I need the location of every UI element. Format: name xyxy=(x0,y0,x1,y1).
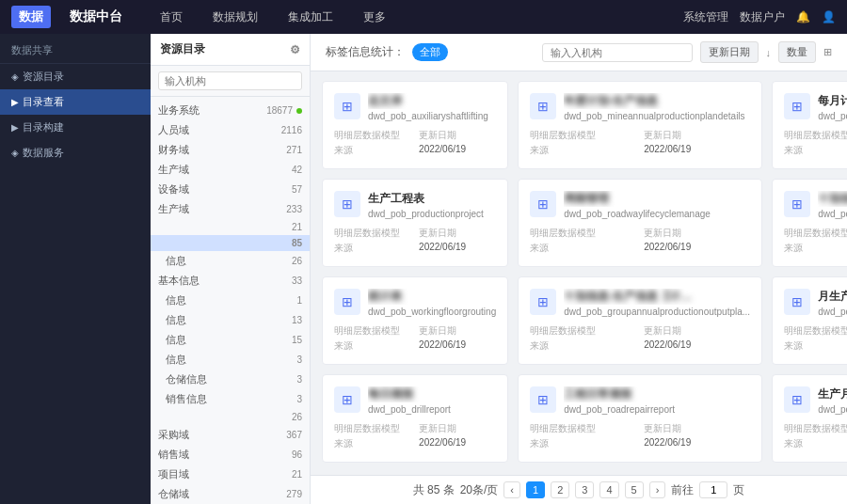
sidebar-item-data-service[interactable]: ◈ 数据服务 xyxy=(0,140,151,165)
sidebar-item-catalog-query[interactable]: ▶ 目录查看 xyxy=(0,89,151,115)
tree-item-15[interactable]: 销售信息3 xyxy=(151,389,310,409)
card-date-value: 2022/06/19 xyxy=(644,242,691,255)
card-type-label: 明细层数据模型 xyxy=(784,129,847,142)
nav-home[interactable]: 首页 xyxy=(152,6,190,29)
card-table-icon: ⊞ xyxy=(784,289,810,315)
card-id: dwd_pob_auxiliaryshaftlifting xyxy=(368,111,496,121)
card-meta: 明细层数据模型 更新日期 来源 2022/06/19 xyxy=(334,227,496,255)
nav-right-section: 系统管理 数据户户 🔔 👤 xyxy=(683,9,836,25)
card-source-label: 来源 xyxy=(530,242,549,255)
card-0[interactable]: ⊞ 志文泽 dwd_pob_auxiliaryshaftlifting 明细层数… xyxy=(322,81,508,169)
page-1-button[interactable]: 1 xyxy=(526,481,545,498)
card-type-label: 明细层数据模型 xyxy=(334,227,400,240)
tree-item-0[interactable]: 业务系统18677 xyxy=(151,101,310,120)
card-table-icon: ⊞ xyxy=(784,386,810,413)
tree-item-7[interactable]: 85 xyxy=(151,235,310,251)
grid-layout-icon[interactable]: ⊞ xyxy=(823,46,832,58)
nav-user-avatar[interactable]: 👤 xyxy=(822,10,836,24)
card-date-value: 2022/06/19 xyxy=(419,144,466,157)
card-meta: 明细层数据模型 更新日期 来源 2022/06/19 xyxy=(530,129,750,157)
tree-item-8[interactable]: 信息26 xyxy=(151,251,310,271)
card-date-value: 2022/06/19 xyxy=(644,437,691,450)
count-filter-button[interactable]: 数量 xyxy=(778,41,816,63)
card-5[interactable]: ⊞ 十划信息 年计划 dwd_pob_mineannualproductionp… xyxy=(772,179,847,267)
date-filter-button[interactable]: 更新日期 xyxy=(700,41,759,63)
card-header: ⊞ 工程日常填报 dwd_pob_roadrepairreport xyxy=(530,386,750,415)
content-search-input[interactable] xyxy=(542,43,693,62)
catalog-build-icon: ▶ xyxy=(11,122,19,133)
card-date-item: 更新日期 xyxy=(644,324,750,338)
card-3[interactable]: ⊞ 生产工程表 dwd_pob_productionproject 明细层数据模… xyxy=(322,179,508,267)
card-table-icon: ⊞ xyxy=(530,386,556,413)
card-source-item: 来源 xyxy=(530,339,636,353)
page-5-button[interactable]: 5 xyxy=(625,481,644,498)
nav-integration[interactable]: 集成加工 xyxy=(280,6,341,29)
card-meta: 明细层数据模型 更新日期 来源 2022/06/19 xyxy=(334,129,496,157)
card-6[interactable]: ⊞ 统计表 dwd_pob_workingfloorgrouting 明细层数据… xyxy=(322,276,508,365)
tree-item-20[interactable]: 仓储域279 xyxy=(151,484,310,504)
tree-item-18[interactable]: 销售域96 xyxy=(151,445,310,465)
card-8[interactable]: ⊞ 月生产情况表 dwd_pob_productsituationmonth 明… xyxy=(772,276,847,365)
card-date-item: 更新日期 xyxy=(419,129,496,142)
tree-item-13[interactable]: 信息3 xyxy=(151,350,310,370)
card-meta: 明细层数据模型 更新日期 来源 2022/06/19 xyxy=(530,422,750,450)
nav-system-manage[interactable]: 系统管理 xyxy=(683,9,728,25)
nav-data-planning[interactable]: 数据规划 xyxy=(205,6,265,29)
card-type-label: 明细层数据模型 xyxy=(530,129,596,142)
tree-item-14[interactable]: 仓储信息3 xyxy=(151,370,310,389)
card-4[interactable]: ⊞ 周期管理 dwd_pob_roadwaylifecyclemanage 明细… xyxy=(518,179,762,267)
card-name: 统计表 xyxy=(368,289,496,305)
tree-item-11[interactable]: 信息13 xyxy=(151,310,310,330)
tree-item-6[interactable]: 21 xyxy=(151,219,310,235)
card-table-icon: ⊞ xyxy=(334,191,360,217)
nav-bell-icon[interactable]: 🔔 xyxy=(796,10,810,24)
tree-item-3[interactable]: 生产域42 xyxy=(151,160,310,180)
tree-item-16[interactable]: 26 xyxy=(151,409,310,425)
card-date-value-item: 2022/06/19 xyxy=(419,437,496,450)
resource-search-container xyxy=(151,66,310,97)
card-date-value-item: 2022/06/19 xyxy=(644,437,750,450)
sidebar-item-catalog-build[interactable]: ▶ 目录构建 xyxy=(0,115,151,140)
card-2[interactable]: ⊞ 每月计划信息 dwd_pob_monthplan 明细层数据模型 更新日期 … xyxy=(772,81,847,169)
tree-item-19[interactable]: 项目域21 xyxy=(151,465,310,484)
card-11[interactable]: ⊞ 生产月计划细分表 dwd_pob_planmonthsubdivide 明细… xyxy=(772,374,847,463)
goto-label: 前往 xyxy=(671,482,694,498)
page-3-button[interactable]: 3 xyxy=(575,481,594,498)
card-source-label: 来源 xyxy=(784,339,803,353)
tree-item-1[interactable]: 人员域2116 xyxy=(151,120,310,140)
card-type-label: 明细层数据模型 xyxy=(784,324,847,338)
page-2-button[interactable]: 2 xyxy=(551,481,569,498)
card-name: 周期管理 xyxy=(564,191,750,207)
tag-all-button[interactable]: 全部 xyxy=(412,43,448,61)
left-sidebar: 数据共享 ◈ 资源目录 ▶ 目录查看 ▶ 目录构建 ◈ 数据服务 xyxy=(0,34,151,504)
sidebar-item-resource-catalog[interactable]: ◈ 资源目录 xyxy=(0,64,151,89)
nav-data-portal[interactable]: 数据户户 xyxy=(740,9,785,25)
nav-more[interactable]: 更多 xyxy=(356,6,393,29)
card-id: dwd_pob_roadrepairreport xyxy=(564,404,750,415)
page-prev-button[interactable]: ‹ xyxy=(503,481,520,498)
card-table-icon: ⊞ xyxy=(784,191,810,217)
card-date-label: 更新日期 xyxy=(419,422,456,435)
card-1[interactable]: ⊞ 年度计划-生产信息 dwd_pob_mineannualproduction… xyxy=(518,81,762,169)
card-date-item: 更新日期 xyxy=(419,324,496,338)
card-10[interactable]: ⊞ 工程日常填报 dwd_pob_roadrepairreport 明细层数据模… xyxy=(518,374,762,463)
card-meta: 明细层数据模型 更新日期 来源 2022/06/19 xyxy=(784,422,847,450)
tree-item-10[interactable]: 信息1 xyxy=(151,291,310,310)
tree-item-9[interactable]: 基本信息33 xyxy=(151,271,310,291)
page-next-button[interactable]: › xyxy=(649,481,666,498)
page-goto-input[interactable] xyxy=(699,481,727,498)
tree-item-4[interactable]: 设备域57 xyxy=(151,180,310,199)
tree-item-5[interactable]: 生产域233 xyxy=(151,199,310,219)
card-7[interactable]: ⊞ 十划信息-生产信息【计… dwd_pob_groupannualproduc… xyxy=(518,276,762,365)
card-9[interactable]: ⊞ 每日填报 dwd_pob_drillreport 明细层数据模型 更新日期 … xyxy=(322,374,508,463)
tree-item-12[interactable]: 信息15 xyxy=(151,330,310,350)
resource-search-input[interactable] xyxy=(158,71,302,90)
tree-item-17[interactable]: 采购域367 xyxy=(151,425,310,445)
card-name: 每日填报 xyxy=(368,386,496,402)
app-title: 数据中台 xyxy=(70,8,122,25)
card-header: ⊞ 统计表 dwd_pob_workingfloorgrouting xyxy=(334,289,496,317)
page-4-button[interactable]: 4 xyxy=(599,481,618,498)
tree-item-2[interactable]: 财务域271 xyxy=(151,140,310,160)
resource-panel-settings-icon[interactable]: ⚙ xyxy=(290,43,300,56)
card-date-label: 更新日期 xyxy=(419,129,456,142)
